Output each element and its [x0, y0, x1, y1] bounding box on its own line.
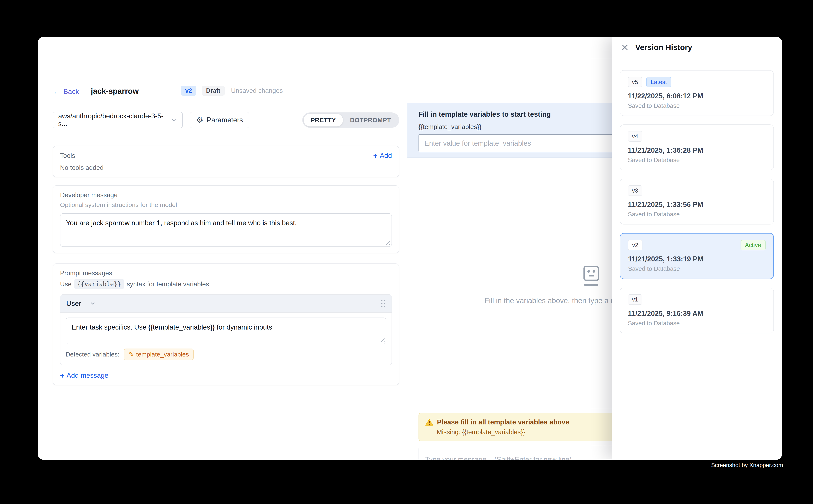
plus-icon: + [373, 152, 378, 159]
bot-face-icon [582, 265, 600, 288]
prompt-messages-card: Prompt messages Use {{variable}} syntax … [53, 263, 399, 385]
detected-variable-chip[interactable]: ✎ template_variables [124, 349, 193, 360]
version-card-v3[interactable]: v3 11/21/2025, 1:33:56 PM Saved to Datab… [620, 179, 774, 224]
add-message-button[interactable]: + Add message [60, 372, 392, 379]
chevron-down-icon [170, 117, 177, 123]
back-label: Back [63, 88, 79, 96]
message-role-select[interactable]: User [66, 300, 96, 308]
version-badge: v2 [181, 86, 196, 96]
version-status: Saved to Database [628, 320, 766, 327]
version-number-badge: v5 [628, 77, 642, 87]
plus-icon: + [60, 372, 64, 379]
draft-badge: Draft [201, 86, 225, 96]
version-date: 11/22/2025, 6:08:12 PM [628, 92, 766, 100]
add-tool-label: Add [380, 152, 392, 160]
prompt-syntax-hint: Use {{variable}} syntax for template var… [60, 279, 392, 289]
prompt-messages-title: Prompt messages [60, 269, 392, 277]
message-role-value: User [66, 300, 81, 308]
version-number-badge: v2 [628, 240, 643, 250]
variable-syntax-chip: {{variable}} [74, 279, 124, 289]
toggle-pretty[interactable]: PRETTY [304, 114, 343, 126]
version-history-panel: Version History v5 Latest 11/22/2025, 6:… [612, 37, 782, 460]
developer-message-card: Developer message Optional system instru… [53, 185, 399, 253]
back-button[interactable]: ← Back [53, 88, 79, 96]
version-number-badge: v4 [628, 131, 642, 142]
close-icon [621, 43, 629, 52]
model-select-value: aws/anthropic/bedrock-claude-3-5-s... [58, 112, 170, 128]
model-select[interactable]: aws/anthropic/bedrock-claude-3-5-s... [53, 112, 183, 128]
add-tool-button[interactable]: + Add [373, 152, 392, 160]
version-status: Saved to Database [628, 157, 766, 164]
page-title: jack-sparrow [91, 87, 138, 96]
chevron-down-icon [90, 300, 96, 307]
prompt-message-header: User [60, 295, 392, 313]
hint-suffix: syntax for template variables [127, 280, 209, 288]
warning-triangle-icon [425, 419, 433, 426]
detected-variables-row: Detected variables: ✎ template_variables [66, 349, 386, 360]
version-date: 11/21/2025, 9:16:39 AM [628, 310, 766, 318]
developer-message-title: Developer message [60, 191, 392, 199]
hint-prefix: Use [60, 280, 71, 288]
version-status: Saved to Database [628, 265, 766, 272]
version-card-v2-active[interactable]: v2 Active 11/21/2025, 1:33:19 PM Saved t… [620, 233, 774, 279]
back-arrow-icon: ← [53, 88, 60, 95]
app-window: ← Back jack-sparrow v2 Draft Unsaved cha… [38, 37, 782, 460]
version-history-title: Version History [635, 43, 692, 52]
developer-message-input[interactable]: You are jack sparrow number 1, respond a… [60, 213, 392, 247]
version-date: 11/21/2025, 1:33:19 PM [628, 255, 766, 263]
drag-handle-icon[interactable] [380, 299, 386, 308]
developer-message-subtitle: Optional system instructions for the mod… [60, 201, 392, 208]
prompt-message-block: User Enter task specifics. Use {{templat… [60, 294, 392, 365]
tools-title: Tools [60, 152, 75, 159]
latest-badge: Latest [646, 77, 671, 87]
detected-variables-label: Detected variables: [66, 351, 119, 358]
header-badges: v2 Draft Unsaved changes [181, 86, 283, 96]
tools-card: Tools + Add No tools added [53, 146, 399, 177]
view-mode-toggle: PRETTY DOTPROMPT [302, 112, 399, 128]
prompt-message-body: Enter task specifics. Use {{template_var… [60, 313, 392, 365]
version-card-v1[interactable]: v1 11/21/2025, 9:16:39 AM Saved to Datab… [620, 288, 774, 333]
version-list: v5 Latest 11/22/2025, 6:08:12 PM Saved t… [612, 58, 782, 333]
version-card-v5[interactable]: v5 Latest 11/22/2025, 6:08:12 PM Saved t… [620, 70, 774, 116]
active-badge: Active [741, 240, 766, 250]
unsaved-changes-label: Unsaved changes [231, 87, 283, 94]
model-toolbar: aws/anthropic/bedrock-claude-3-5-s... ⚙ … [53, 112, 399, 128]
version-date: 11/21/2025, 1:33:56 PM [628, 201, 766, 209]
version-number-badge: v3 [628, 185, 642, 196]
version-number-badge: v1 [628, 294, 642, 305]
tools-empty-text: No tools added [60, 164, 392, 171]
gear-icon: ⚙ [196, 116, 203, 124]
pencil-icon: ✎ [128, 352, 133, 357]
version-date: 11/21/2025, 1:36:28 PM [628, 146, 766, 154]
prompt-message-input[interactable]: Enter task specifics. Use {{template_var… [66, 318, 386, 344]
toggle-dotprompt[interactable]: DOTPROMPT [343, 114, 398, 126]
prompt-editor-panel: aws/anthropic/bedrock-claude-3-5-s... ⚙ … [38, 103, 407, 460]
xnapper-watermark: Screenshot by Xnapper.com [711, 462, 783, 469]
detected-variable-name: template_variables [136, 351, 189, 358]
add-message-label: Add message [66, 372, 108, 379]
parameters-button[interactable]: ⚙ Parameters [190, 112, 249, 128]
close-button[interactable] [620, 43, 630, 52]
version-card-v4[interactable]: v4 11/21/2025, 1:36:28 PM Saved to Datab… [620, 124, 774, 170]
parameters-label: Parameters [207, 116, 243, 124]
warning-title: Please fill in all template variables ab… [437, 418, 569, 426]
version-history-header: Version History [612, 37, 782, 58]
version-status: Saved to Database [628, 211, 766, 218]
version-status: Saved to Database [628, 102, 766, 109]
